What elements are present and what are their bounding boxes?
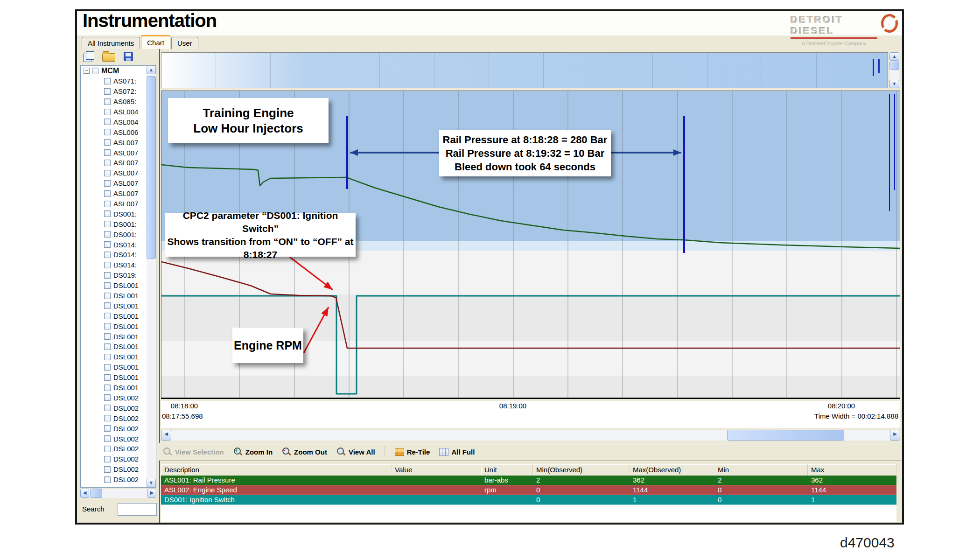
zoom-out-button[interactable]: -Zoom Out — [282, 447, 327, 456]
scroll-thumb[interactable] — [147, 76, 156, 259]
checkbox[interactable] — [104, 466, 111, 473]
checkbox[interactable] — [104, 405, 111, 411]
checkbox[interactable] — [104, 394, 111, 401]
checkbox[interactable] — [104, 180, 111, 187]
tree-item[interactable]: DS014: — [81, 239, 156, 250]
zoom-in-button[interactable]: +Zoom In — [233, 447, 273, 456]
column-header[interactable]: Unit — [481, 464, 533, 476]
open-folder-icon[interactable] — [102, 50, 116, 63]
tree-item[interactable]: DSL001 — [81, 362, 156, 372]
scroll-up-icon[interactable]: ▲ — [147, 66, 156, 74]
checkbox[interactable] — [104, 139, 111, 146]
checkbox[interactable] — [104, 119, 111, 125]
table-row[interactable]: ASL002: Engine Speedrpm0114401144 — [161, 485, 896, 495]
collapse-icon[interactable]: − — [84, 68, 90, 74]
tree-item[interactable]: DSL002 — [81, 444, 156, 454]
checkbox[interactable] — [104, 88, 111, 95]
tree-item[interactable]: DSL001 — [81, 301, 156, 311]
tree-item[interactable]: DSL002 — [81, 403, 156, 413]
scroll-up-icon[interactable]: ▲ — [889, 52, 899, 61]
tree-item[interactable]: ASL007 — [81, 168, 156, 178]
tree-item[interactable]: ASL007 — [81, 189, 156, 199]
tree-item[interactable]: DSL001 — [81, 280, 156, 291]
checkbox[interactable] — [92, 68, 98, 74]
checkbox[interactable] — [104, 425, 111, 432]
checkbox[interactable] — [104, 323, 111, 329]
tree-item[interactable]: DSL002 — [81, 423, 156, 434]
tree-item[interactable]: AS072: — [81, 86, 156, 97]
scroll-left-icon[interactable]: ◀ — [161, 430, 171, 441]
scroll-down-icon[interactable]: ▼ — [147, 479, 156, 487]
tree-item[interactable]: ASL006 — [81, 127, 156, 137]
column-header[interactable]: Min — [714, 464, 808, 476]
tree-item[interactable]: DSL002 — [81, 434, 156, 444]
tree-item[interactable]: DSL002 — [81, 454, 156, 464]
scroll-right-icon[interactable]: ▶ — [147, 489, 156, 498]
checkbox[interactable] — [104, 262, 111, 268]
tab-all-instruments[interactable]: All Instruments — [82, 37, 140, 49]
tree-item[interactable]: ASL007 — [81, 147, 156, 158]
save-icon[interactable] — [122, 50, 135, 63]
table-row[interactable]: DS001: Ignition Switch0101 — [161, 495, 896, 505]
tree-item[interactable]: DSL001 — [81, 331, 156, 342]
checkbox[interactable] — [104, 456, 111, 462]
view-selection-button[interactable]: View Selection — [163, 447, 224, 456]
tree-root-mcm[interactable]: − MCM — [81, 66, 156, 76]
tree-item[interactable]: DS014: — [81, 250, 156, 260]
scroll-right-icon[interactable]: ▶ — [890, 430, 900, 441]
tree-item[interactable]: DSL001 — [81, 342, 156, 352]
tab-user[interactable]: User — [171, 37, 198, 49]
tree-item[interactable]: DS001: — [81, 229, 156, 239]
search-input[interactable] — [118, 503, 157, 516]
tree-item[interactable]: DSL001 — [81, 352, 156, 362]
checkbox[interactable] — [104, 333, 111, 340]
checkbox[interactable] — [104, 343, 111, 350]
column-header[interactable]: Description — [161, 464, 392, 476]
tree-item[interactable]: ASL007 — [81, 178, 156, 189]
checkbox[interactable] — [104, 476, 111, 483]
tree-item[interactable]: DS019: — [81, 270, 156, 280]
checkbox[interactable] — [104, 252, 111, 258]
copy-icon[interactable] — [82, 50, 95, 63]
checkbox[interactable] — [104, 221, 111, 227]
tree-item[interactable]: DSL002 — [81, 393, 156, 403]
tree-item[interactable]: DS014: — [81, 260, 156, 270]
checkbox[interactable] — [104, 129, 111, 135]
checkbox[interactable] — [104, 149, 111, 156]
checkbox[interactable] — [104, 374, 111, 381]
tree-item[interactable]: DS001: — [81, 219, 156, 229]
checkbox[interactable] — [104, 170, 111, 176]
tree-item[interactable]: DSL001 — [81, 321, 156, 331]
scroll-thumb[interactable] — [889, 62, 899, 70]
checkbox[interactable] — [104, 302, 111, 309]
checkbox[interactable] — [104, 435, 111, 442]
checkbox[interactable] — [104, 415, 111, 421]
tree-item[interactable]: DSL002 — [81, 464, 156, 475]
checkbox[interactable] — [104, 241, 111, 248]
tab-chart[interactable]: Chart — [141, 35, 170, 49]
tree-item[interactable]: AS071: — [81, 76, 156, 86]
checkbox[interactable] — [104, 354, 111, 360]
scroll-thumb[interactable] — [727, 430, 844, 441]
tree-item[interactable]: DSL001 — [81, 311, 156, 321]
all-full-button[interactable]: All Full — [439, 448, 475, 456]
checkbox[interactable] — [104, 109, 111, 115]
tree-item[interactable]: ASL007 — [81, 199, 156, 209]
checkbox[interactable] — [104, 364, 111, 371]
tree-item[interactable]: DSL001 — [81, 291, 156, 301]
tree-item[interactable]: ASL007 — [81, 137, 156, 147]
scroll-down-icon[interactable]: ▼ — [889, 80, 899, 88]
tree-item[interactable]: DSL001 — [81, 372, 156, 383]
column-header[interactable]: Max(Observed) — [630, 464, 714, 476]
re-tile-button[interactable]: Re-Tile — [395, 448, 430, 456]
table-row[interactable]: ASL001: Rail Pressurebar-abs23622362 — [161, 476, 896, 485]
checkbox[interactable] — [104, 282, 111, 289]
chart-overview-band[interactable] — [161, 52, 888, 88]
checkbox[interactable] — [104, 231, 111, 238]
checkbox[interactable] — [104, 160, 111, 166]
checkbox[interactable] — [104, 190, 111, 197]
tree-item[interactable]: AS085: — [81, 97, 156, 107]
tree-item[interactable]: ASL004 — [81, 107, 156, 117]
checkbox[interactable] — [104, 201, 111, 207]
checkbox[interactable] — [104, 272, 111, 279]
